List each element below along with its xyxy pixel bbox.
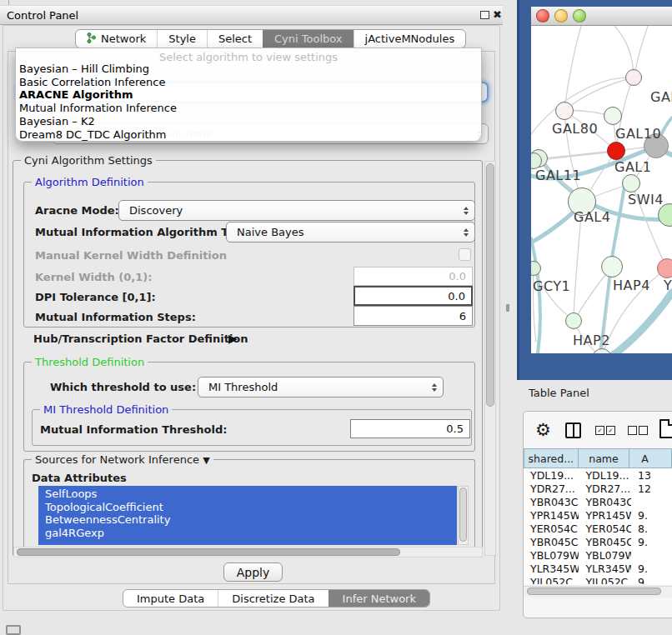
table-panel-title: Table Panel <box>529 387 589 399</box>
column-header-name[interactable]: name <box>579 448 630 468</box>
columns-icon[interactable] <box>565 422 581 438</box>
node-label: Y <box>664 278 672 293</box>
close-window-icon[interactable] <box>536 9 549 22</box>
close-icon[interactable]: ✖ <box>493 8 502 21</box>
table-row[interactable]: YBR043C YBR043C <box>524 495 672 508</box>
attribute-item-selected[interactable]: BetweennessCentrality <box>38 513 457 527</box>
zoom-window-icon[interactable] <box>573 9 586 22</box>
attribute-table[interactable]: shared... name A YDL19... YDL19... 13 YD… <box>524 448 672 584</box>
data-attributes-list[interactable]: SelfLoops TopologicalCoefficient Between… <box>38 486 457 545</box>
deselect-all-icon[interactable] <box>628 426 648 435</box>
tab-infer-network[interactable]: Infer Network <box>328 590 429 607</box>
node-label: HAP4 <box>613 278 650 293</box>
node-label: GAL <box>650 89 672 105</box>
table-hscrollbar-thumb[interactable] <box>527 588 661 595</box>
network-node[interactable] <box>625 69 642 86</box>
network-node-pink-right[interactable] <box>657 258 672 278</box>
mi-type-label: Mutual Information Algorithm Type: <box>35 226 254 238</box>
attribute-item-selected[interactable]: gal4RGexp <box>38 527 457 540</box>
gear-icon[interactable]: ⚙ <box>535 420 551 440</box>
aracne-mode-combo[interactable]: Discovery <box>118 200 475 221</box>
algorithm-option[interactable]: Bayesian – Hill Climbing <box>19 62 478 76</box>
network-node-hap4[interactable] <box>601 256 623 278</box>
attribute-item-selected[interactable]: SelfLoops <box>38 488 457 501</box>
combo-stepper-icon <box>464 207 469 215</box>
mi-threshold-field[interactable]: 0.5 <box>350 419 470 438</box>
kernel-width-label: Kernel Width (0,1): <box>35 271 152 283</box>
network-node-gal1-red[interactable] <box>607 142 625 160</box>
tab-select[interactable]: Select <box>207 30 263 48</box>
control-panel-titlebar: Control Panel <box>0 5 503 25</box>
table-row[interactable]: YER054C YER054C 8. <box>524 522 672 535</box>
settings-vscrollbar-thumb[interactable] <box>486 163 494 407</box>
expand-arrow-icon[interactable]: ▶ <box>228 332 238 345</box>
manual-kernel-checkbox[interactable] <box>459 248 471 261</box>
algorithm-option[interactable]: Mutual Information Inference <box>19 102 478 115</box>
collapse-arrow-icon[interactable]: ▼ <box>203 455 209 466</box>
dpi-tolerance-label: DPI Tolerance [0,1]: <box>35 291 156 303</box>
mi-threshold-label: Mutual Information Threshold: <box>40 423 227 436</box>
tab-network[interactable]: Network <box>76 30 157 48</box>
table-row[interactable]: YBR045C YBR045C 9. <box>524 535 672 548</box>
minimized-panel-icon[interactable] <box>6 625 21 635</box>
which-threshold-combo[interactable]: MI Threshold <box>198 377 444 398</box>
table-row[interactable]: YBL079W YBL079W <box>524 548 672 562</box>
combo-stepper-icon <box>464 228 469 237</box>
control-panel-title: Control Panel <box>7 9 78 22</box>
popup-hint: Select algorithm to view settings <box>16 51 481 63</box>
dpi-tolerance-field[interactable]: 0.0 <box>354 286 473 306</box>
attribute-item-selected[interactable]: TopologicalCoefficient <box>38 501 457 514</box>
network-node-swi4[interactable] <box>622 174 640 192</box>
network-window-titlebar[interactable] <box>531 7 672 26</box>
table-row[interactable]: YIL052C YIL052C 9. <box>524 575 672 584</box>
algorithm-option[interactable]: Bayesian – K2 <box>19 115 478 128</box>
attributes-vscrollbar-thumb[interactable] <box>459 488 467 542</box>
hub-definition-label[interactable]: Hub/Transcription Factor Definition <box>33 332 248 345</box>
node-label: HAP2 <box>573 332 610 348</box>
tab-cyni-toolbox[interactable]: Cyni Toolbox <box>263 30 354 48</box>
table-header-row: shared... name A <box>524 448 672 468</box>
tab-style[interactable]: Style <box>157 30 207 48</box>
settings-hscrollbar-thumb[interactable] <box>17 548 400 556</box>
algorithm-option[interactable]: Dream8 DC_TDC Algorithm <box>19 128 478 142</box>
table-row[interactable]: YPR145W YPR145W 9. <box>524 508 672 522</box>
aracne-mode-label: Aracne Mode: <box>35 204 119 217</box>
mi-steps-field[interactable]: 6 <box>354 306 473 326</box>
apply-button[interactable]: Apply <box>223 562 283 582</box>
node-label: GAL10 <box>615 126 661 142</box>
table-row[interactable]: YDL19... YDL19... 13 <box>524 468 672 482</box>
tab-impute-data[interactable]: Impute Data <box>123 590 218 607</box>
algorithm-option[interactable]: Basic Correlation Inference <box>19 76 478 89</box>
column-header-shared-name[interactable]: shared... <box>524 448 579 468</box>
node-label: SWI4 <box>628 192 664 208</box>
combo-stepper-icon <box>432 383 437 392</box>
table-row[interactable]: YDR27... YDR27... 12 <box>524 482 672 495</box>
kernel-width-field[interactable]: 0.0 <box>354 267 473 286</box>
tab-label: Network <box>101 32 146 45</box>
tab-discretize-data[interactable]: Discretize Data <box>218 590 328 607</box>
float-window-icon[interactable] <box>480 11 489 19</box>
network-node-gal10[interactable] <box>604 107 622 125</box>
network-icon <box>87 32 96 46</box>
mi-type-combo[interactable]: Naive Bayes <box>226 222 475 242</box>
tab-jactivemnodules[interactable]: jActiveMNodules <box>354 30 466 48</box>
bottom-tabs: Impute Data Discretize Data Infer Networ… <box>123 589 430 608</box>
manual-kernel-label: Manual Kernel Width Definition <box>35 249 227 262</box>
column-header-cut[interactable]: A <box>629 448 672 468</box>
network-node-gal80[interactable] <box>555 102 574 120</box>
network-edges <box>531 26 672 353</box>
node-label: GAL11 <box>535 168 581 183</box>
minimize-window-icon[interactable] <box>554 9 568 22</box>
new-table-icon[interactable] <box>659 419 672 438</box>
table-rows: YDL19... YDL19... 13 YDR27... YDR27... 1… <box>524 468 672 584</box>
table-row[interactable]: YLR345W YLR345W 9. <box>524 562 672 575</box>
network-canvas[interactable]: GAL GAL80 GAL10 GAL1 GAL11 SWI4 GAL4 GCY… <box>531 26 672 353</box>
which-threshold-label: Which threshold to use: <box>50 381 192 393</box>
algorithm-option-selected[interactable]: ARACNE Algorithm <box>19 88 478 102</box>
control-panel-tabs: Network Style Select Cyni Toolbox jActiv… <box>75 29 466 48</box>
panel-splitter[interactable] <box>506 304 509 312</box>
sources-title: Sources for Network Inference <box>35 453 199 466</box>
network-node-hap2[interactable] <box>565 312 582 329</box>
select-all-checks-icon[interactable]: ✓ ✓ <box>595 426 615 435</box>
node-label: GCY1 <box>533 278 570 294</box>
